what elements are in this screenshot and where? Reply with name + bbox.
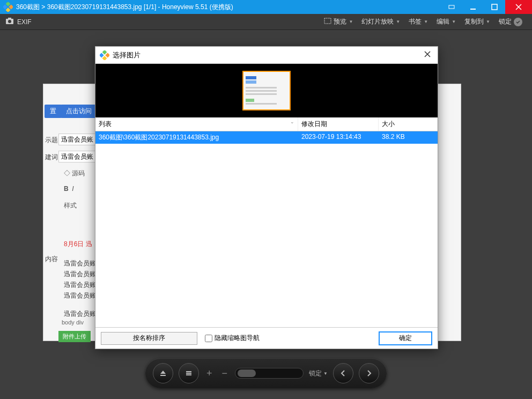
file-list-header: 列表⌄ 修改日期 大小: [95, 117, 438, 131]
svg-rect-8: [8, 18, 11, 19]
chevron-down-icon: ▼: [396, 19, 400, 24]
bg-label-kw: 建词: [45, 153, 58, 162]
title-filename: 360截图20230719131443853.jpg: [47, 3, 142, 11]
window-titlebar: 360截图 > 360截图20230719131443853.jpg [1/1]…: [0, 0, 532, 14]
hide-thumbnail-input[interactable]: [205, 335, 212, 342]
column-name[interactable]: 列表⌄: [95, 117, 298, 131]
menu-slideshow[interactable]: 幻灯片放映▼: [357, 17, 404, 26]
window-compact-button[interactable]: [441, 0, 462, 14]
svg-rect-11: [102, 50, 107, 55]
prev-image-button[interactable]: [333, 363, 353, 383]
file-list-row[interactable]: 360截图\360截图20230719131443853.jpg 2023-07…: [95, 131, 438, 144]
bg-btn-visit: 点击访问: [61, 105, 97, 118]
bg-btn-1: 置: [45, 105, 62, 118]
bg-acct-3: 迅雷会员账: [64, 280, 96, 290]
dialog-close-button[interactable]: [422, 48, 433, 62]
chevron-down-icon: ▼: [349, 19, 353, 24]
pill-lock[interactable]: 锁定 ▼: [309, 369, 328, 378]
svg-rect-6: [492, 4, 497, 10]
app-toolbar: EXIF 预览▼ 幻灯片放映▼ 书签▼ 编辑▼ 复制到▼ 锁定: [0, 14, 532, 30]
menu-lock-label: 锁定: [499, 17, 512, 26]
menu-bookmark[interactable]: 书签▼: [404, 17, 432, 26]
image-viewer-area: 置 点击访问 示题 建词 ◇ 源码 B I 样式 8月6日 迅 内容 迅雷会员账…: [0, 30, 532, 399]
svg-rect-13: [100, 53, 104, 57]
dialog-titlebar: 选择图片: [95, 47, 438, 64]
bg-attach-btn: 附件上传: [58, 331, 91, 342]
window-title: 360截图 > 360截图20230719131443853.jpg [1/1]…: [16, 3, 441, 12]
cell-date: 2023-07-19 13:14:43: [298, 131, 379, 144]
exif-label[interactable]: EXIF: [17, 18, 32, 26]
zoom-in-button[interactable]: +: [204, 368, 215, 379]
svg-rect-5: [470, 9, 476, 10]
bg-editor-style: 样式: [64, 201, 77, 210]
bg-input-kw: [58, 151, 96, 162]
bg-label-content: 内容: [45, 255, 58, 264]
camera-icon: [5, 17, 14, 26]
menu-copyto[interactable]: 复制到▼: [460, 17, 494, 26]
svg-rect-17: [186, 374, 191, 375]
sort-by-name-button[interactable]: 按名称排序: [101, 332, 197, 345]
thumbnail-strip: [95, 64, 438, 117]
cell-size: 38.2 KB: [379, 131, 438, 144]
title-path: 360截图: [16, 3, 40, 11]
window-minimize-button[interactable]: [462, 0, 484, 14]
hide-thumbnail-label: 隐藏缩略图导航: [215, 334, 260, 343]
svg-rect-3: [6, 8, 11, 12]
thumbnail-selected[interactable]: [242, 71, 291, 110]
svg-rect-4: [449, 5, 454, 9]
cell-name: 360截图\360截图20230719131443853.jpg: [95, 131, 298, 144]
chevron-down-icon: ▼: [323, 371, 328, 376]
menu-edit-label: 编辑: [437, 17, 449, 26]
svg-rect-12: [105, 53, 109, 57]
zoom-out-button[interactable]: −: [220, 368, 230, 379]
chevron-down-icon: ▼: [486, 19, 490, 24]
bg-tags: body div: [62, 319, 84, 326]
bg-editor-source: ◇ 源码: [64, 169, 85, 178]
ok-button[interactable]: 确定: [379, 331, 432, 345]
svg-rect-0: [6, 2, 11, 6]
svg-rect-1: [9, 5, 13, 10]
bg-acct-4: 迅雷会员账: [64, 291, 96, 300]
menu-preview[interactable]: 预览▼: [320, 17, 357, 26]
menu-button[interactable]: [179, 363, 199, 383]
column-size[interactable]: 大小: [379, 117, 438, 131]
sort-indicator-icon: ⌄: [290, 119, 294, 124]
window-close-button[interactable]: [505, 0, 532, 14]
bg-input-title: [58, 134, 96, 145]
bg-acct-5: 迅雷会员账: [64, 309, 96, 319]
menu-lock[interactable]: 锁定: [494, 17, 527, 26]
svg-rect-16: [186, 373, 191, 374]
svg-rect-14: [102, 56, 107, 60]
fit-icon: [324, 18, 331, 26]
next-image-button[interactable]: [359, 363, 379, 383]
file-list-body: 360截图\360截图20230719131443853.jpg 2023-07…: [95, 131, 438, 327]
menu-bookmark-label: 书签: [409, 17, 422, 26]
title-sep: >: [40, 3, 47, 11]
bg-acct-1: 迅雷会员账: [64, 259, 96, 268]
app-logo-icon: [3, 2, 13, 12]
bg-editor-bi: B I: [64, 185, 74, 193]
chevron-down-icon: ▼: [424, 19, 428, 24]
menu-copyto-label: 复制到: [464, 17, 484, 26]
select-image-dialog: 选择图片 列表⌄ 修改日期 大小 360截图\360截图202307191314…: [95, 46, 438, 349]
slider-handle[interactable]: [238, 370, 256, 377]
column-date[interactable]: 修改日期: [298, 117, 379, 131]
bg-redline: 8月6日 迅: [64, 240, 92, 249]
menu-edit[interactable]: 编辑▼: [432, 17, 460, 26]
svg-point-9: [8, 20, 11, 23]
window-maximize-button[interactable]: [484, 0, 505, 14]
zoom-slider[interactable]: [235, 368, 304, 379]
toolbar-left: EXIF: [5, 17, 32, 26]
menu-preview-label: 预览: [334, 17, 346, 26]
hide-thumbnail-checkbox[interactable]: 隐藏缩略图导航: [205, 334, 260, 343]
eject-button[interactable]: [153, 363, 173, 383]
bg-label-title: 示题: [45, 136, 58, 145]
svg-rect-10: [324, 18, 331, 24]
title-app: Honeyview 5.51 (便携版): [162, 3, 233, 11]
window-controls: [441, 0, 532, 14]
dialog-footer: 按名称排序 隐藏缩略图导航 确定: [95, 327, 438, 349]
check-circle-icon: [514, 18, 522, 26]
chevron-down-icon: ▼: [452, 19, 456, 24]
dialog-title: 选择图片: [113, 50, 141, 60]
bg-acct-2: 迅雷会员账: [64, 270, 96, 279]
